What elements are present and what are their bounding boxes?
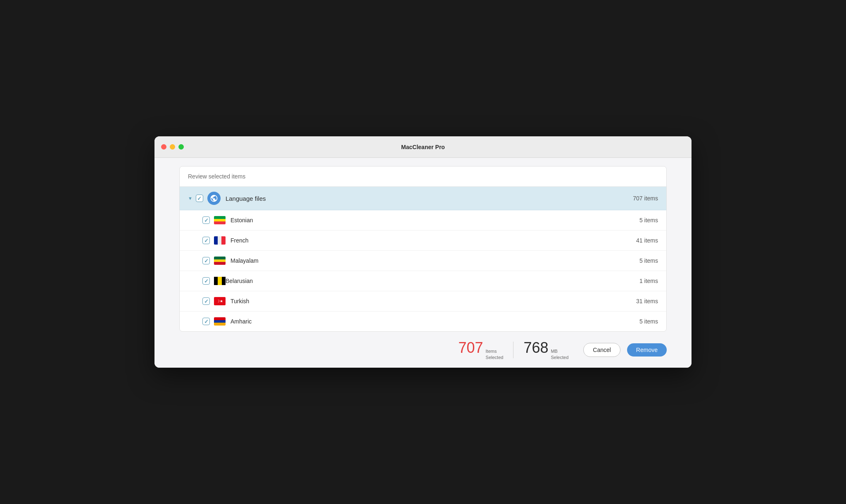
main-panel: Review selected items ▼ Language files 7… xyxy=(179,166,667,332)
flag-icon-am xyxy=(214,317,226,326)
mb-label: MB Selected xyxy=(551,348,568,360)
lang-count-fr: 41 items xyxy=(636,237,658,244)
category-row[interactable]: ▼ Language files 707 items xyxy=(180,187,666,210)
flag-icon-et xyxy=(214,216,226,224)
flag-icon-be xyxy=(214,277,226,285)
language-list: Estonian 5 items French 41 items Malayal… xyxy=(180,210,666,331)
window-title: MacCleaner Pro xyxy=(401,144,445,150)
mb-stat-block: 768 MB Selected xyxy=(515,339,577,360)
lang-checkbox-ml[interactable] xyxy=(202,257,210,264)
cancel-button[interactable]: Cancel xyxy=(583,343,620,357)
category-checkbox[interactable] xyxy=(196,195,203,202)
category-count: 707 items xyxy=(633,195,658,202)
items-count: 707 xyxy=(458,339,483,357)
footer: 707 Items Selected 768 MB Selected Cance… xyxy=(154,332,692,368)
maximize-button[interactable] xyxy=(178,144,184,150)
list-item: ☽★ Turkish 31 items xyxy=(180,291,666,311)
traffic-lights xyxy=(161,144,184,150)
lang-name-tr: Turkish xyxy=(231,298,636,304)
list-item: Belarusian 1 items xyxy=(180,271,666,291)
items-label: Items Selected xyxy=(486,348,504,360)
flag-icon-ml xyxy=(214,257,226,265)
lang-checkbox-et[interactable] xyxy=(202,216,210,224)
panel-header: Review selected items xyxy=(180,166,666,187)
list-item: French 41 items xyxy=(180,231,666,251)
app-window: MacCleaner Pro Review selected items ▼ L… xyxy=(154,136,692,368)
lang-checkbox-am[interactable] xyxy=(202,318,210,325)
globe-icon xyxy=(207,192,221,205)
mb-count: 768 xyxy=(523,339,548,357)
lang-count-be: 1 items xyxy=(639,278,658,284)
items-stat-block: 707 Items Selected xyxy=(458,339,511,360)
list-item: Estonian 5 items xyxy=(180,210,666,231)
lang-count-am: 5 items xyxy=(639,318,658,325)
lang-count-et: 5 items xyxy=(639,217,658,223)
lang-name-am: Amharic xyxy=(231,318,639,325)
lang-count-ml: 5 items xyxy=(639,257,658,264)
minimize-button[interactable] xyxy=(170,144,175,150)
lang-count-tr: 31 items xyxy=(636,298,658,304)
list-item: Malayalam 5 items xyxy=(180,251,666,271)
stat-divider xyxy=(513,342,513,358)
titlebar: MacCleaner Pro xyxy=(154,136,692,158)
list-item: Amharic 5 items xyxy=(180,311,666,331)
chevron-down-icon[interactable]: ▼ xyxy=(188,196,192,201)
lang-name-et: Estonian xyxy=(231,217,639,223)
lang-name-fr: French xyxy=(231,237,636,244)
category-name: Language files xyxy=(226,195,633,202)
lang-checkbox-be[interactable] xyxy=(202,277,210,285)
remove-button[interactable]: Remove xyxy=(627,343,667,357)
close-button[interactable] xyxy=(161,144,166,150)
lang-checkbox-tr[interactable] xyxy=(202,297,210,305)
flag-icon-fr xyxy=(214,236,226,245)
lang-checkbox-fr[interactable] xyxy=(202,237,210,244)
stats-group: 707 Items Selected 768 MB Selected xyxy=(458,339,577,360)
content-area: Review selected items ▼ Language files 7… xyxy=(154,158,692,332)
lang-name-be: Belarusian xyxy=(226,278,639,284)
flag-icon-tr: ☽★ xyxy=(214,297,226,305)
lang-name-ml: Malayalam xyxy=(231,257,639,264)
